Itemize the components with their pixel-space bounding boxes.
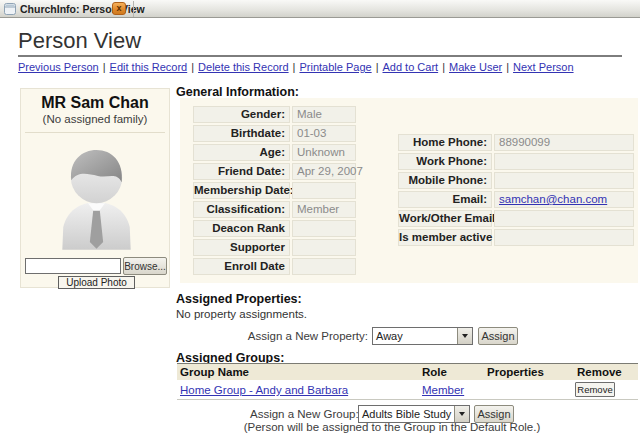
field-value — [494, 210, 634, 227]
role-link[interactable]: Member — [422, 384, 464, 396]
assign-property-label: Assign a New Property: — [240, 330, 368, 342]
field-value — [292, 258, 356, 275]
field-row-membership-date: Membership Date: — [193, 182, 356, 199]
family-note: (No assigned family) — [21, 113, 169, 125]
general-info-heading: General Information: — [176, 85, 299, 99]
field-row-deacon-rank: Deacon Rank — [193, 220, 356, 237]
field-value: 01-03 — [292, 125, 356, 142]
field-row-birthdate: Birthdate: 01-03 — [193, 125, 356, 142]
field-row-email: Email: samchan@chan.com — [398, 191, 634, 208]
general-info-right-column: Home Phone: 88990099 Work Phone: Mobile … — [398, 134, 634, 248]
field-label: Work/Other Email: — [398, 210, 492, 227]
column-header-group-name: Group Name — [180, 366, 249, 378]
churchinfo-window: ChurchInfo: Person View x Person View Pr… — [0, 0, 640, 441]
assign-property-button[interactable]: Assign — [478, 327, 518, 345]
groups-table: Group Name Role Properties Remove Home G… — [177, 363, 638, 400]
window-titlebar: ChurchInfo: Person View x — [0, 0, 640, 18]
nav-link-edit-record[interactable]: Edit this Record — [110, 61, 188, 73]
group-name-link[interactable]: Home Group - Andy and Barbara — [180, 384, 348, 396]
link-separator: | — [289, 61, 300, 73]
link-separator: | — [187, 61, 198, 73]
group-select-value: Adults Bible Study — [362, 408, 451, 420]
nav-link-previous-person[interactable]: Previous Person — [18, 61, 99, 73]
field-label: Supporter — [193, 239, 290, 256]
field-label: Membership Date: — [193, 182, 290, 199]
nav-link-delete-record[interactable]: Delete this Record — [198, 61, 289, 73]
property-select[interactable]: Away — [372, 327, 473, 345]
table-row: Home Group - Andy and Barbara Member Rem… — [177, 380, 638, 400]
field-value — [292, 239, 356, 256]
field-row-friend-date: Friend Date: Apr 29, 2007 — [193, 163, 356, 180]
field-label: Deacon Rank — [193, 220, 290, 237]
field-label: Gender: — [193, 106, 290, 123]
property-select-value: Away — [376, 330, 403, 342]
field-label: Email: — [398, 191, 492, 208]
field-label: Mobile Phone: — [398, 172, 492, 189]
no-properties-message: No property assignments. — [176, 308, 307, 320]
field-row-work-phone: Work Phone: — [398, 153, 634, 170]
column-header-role: Role — [422, 366, 447, 378]
nav-link-next-person[interactable]: Next Person — [513, 61, 574, 73]
page-title: Person View — [18, 28, 141, 54]
assign-group-label: Assign a New Group: — [250, 408, 354, 420]
person-name: MR Sam Chan — [21, 94, 169, 112]
photo-file-input[interactable] — [25, 258, 121, 274]
field-value: Apr 29, 2007 — [292, 163, 356, 180]
general-info-panel: Gender: Male Birthdate: 01-03 Age: Unkno… — [180, 98, 638, 283]
assigned-properties-heading: Assigned Properties: — [176, 292, 302, 306]
action-links: Previous Person|Edit this Record|Delete … — [18, 61, 574, 73]
column-header-remove: Remove — [577, 366, 622, 378]
field-row-work-other-email: Work/Other Email: — [398, 210, 634, 227]
link-separator: | — [372, 61, 383, 73]
field-label: Age: — [193, 144, 290, 161]
default-role-note: (Person will be assigned to the Group in… — [177, 421, 607, 433]
app-icon — [4, 3, 16, 15]
field-value — [494, 172, 634, 189]
field-label: Enroll Date — [193, 258, 290, 275]
nav-link-printable-page[interactable]: Printable Page — [299, 61, 371, 73]
card-divider — [25, 132, 165, 133]
tab-separator — [133, 1, 134, 17]
field-value — [494, 229, 634, 246]
general-info-left-column: Gender: Male Birthdate: 01-03 Age: Unkno… — [193, 106, 356, 277]
avatar-placeholder-icon — [49, 142, 144, 250]
field-row-home-phone: Home Phone: 88990099 — [398, 134, 634, 151]
field-value — [292, 220, 356, 237]
field-row-supporter: Supporter — [193, 239, 356, 256]
groups-table-header: Group Name Role Properties Remove — [177, 363, 638, 380]
field-label: Friend Date: — [193, 163, 290, 180]
field-value: Member — [292, 201, 356, 218]
nav-link-make-user[interactable]: Make User — [449, 61, 502, 73]
field-row-age: Age: Unknown — [193, 144, 356, 161]
field-label: Birthdate: — [193, 125, 290, 142]
dropdown-arrow-glyph — [462, 334, 468, 338]
field-label: Is member active ? — [398, 229, 492, 246]
field-value — [494, 153, 634, 170]
field-row-enroll-date: Enroll Date — [193, 258, 356, 275]
remove-group-button[interactable]: Remove — [575, 382, 615, 397]
link-separator: | — [99, 61, 110, 73]
person-card: MR Sam Chan (No assigned family) Bro — [20, 88, 170, 288]
field-value: Unknown — [292, 144, 356, 161]
field-label: Classification: — [193, 201, 290, 218]
field-value — [292, 182, 356, 199]
field-value: Male — [292, 106, 356, 123]
close-icon[interactable]: x — [112, 2, 126, 15]
field-value: 88990099 — [494, 134, 634, 151]
link-separator: | — [502, 61, 513, 73]
field-row-gender: Gender: Male — [193, 106, 356, 123]
field-row-mobile-phone: Mobile Phone: — [398, 172, 634, 189]
link-separator: | — [438, 61, 449, 73]
upload-photo-button[interactable]: Upload Photo — [58, 276, 135, 289]
field-row-classification: Classification: Member — [193, 201, 356, 218]
field-value: samchan@chan.com — [494, 191, 634, 208]
field-label: Home Phone: — [398, 134, 492, 151]
field-row-is-member-active: Is member active ? — [398, 229, 634, 246]
title-divider — [18, 55, 622, 57]
nav-link-add-to-cart[interactable]: Add to Cart — [382, 61, 438, 73]
field-label: Work Phone: — [398, 153, 492, 170]
column-header-properties: Properties — [487, 366, 544, 378]
browse-button[interactable]: Browse... — [123, 257, 167, 275]
dropdown-arrow-glyph — [459, 412, 465, 416]
email-link[interactable]: samchan@chan.com — [499, 193, 607, 205]
